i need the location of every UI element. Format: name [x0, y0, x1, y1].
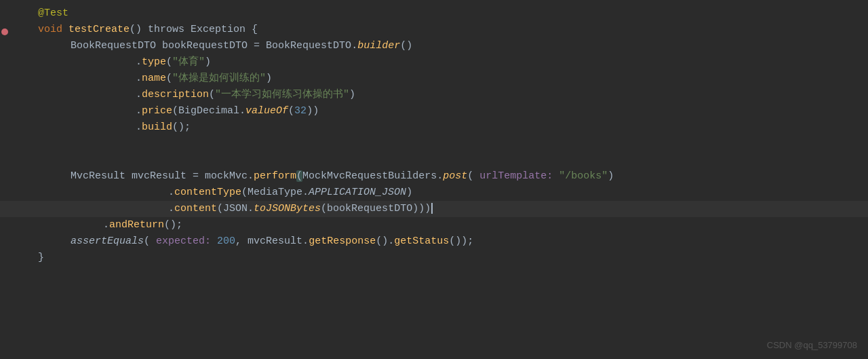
method-content: content: [174, 203, 217, 214]
method-assertequals: assertEquals: [71, 235, 144, 247]
kw-void: void: [38, 24, 62, 35]
code-line-6: .description("一本学习如何练习体操的书"): [0, 87, 868, 103]
line-content-14: .andReturn();: [34, 217, 868, 233]
method-getstatus: getStatus: [394, 235, 449, 247]
code-line-4: .type("体育"): [0, 54, 868, 71]
line-content-11: MvcResult mvcResult = mockMvc.perform(Mo…: [34, 168, 868, 184]
method-build: build: [142, 121, 172, 133]
method-testCreate: testCreate: [68, 24, 130, 35]
method-builder: builder: [357, 40, 400, 52]
method-tojsonbytes: toJSONBytes: [254, 203, 321, 214]
watermark-text: CSDN @qq_53799708: [767, 339, 857, 352]
method-name: name: [142, 73, 166, 84]
method-price: price: [142, 105, 172, 117]
method-valueof: valueOf: [245, 105, 288, 117]
annotation-test: @Test: [38, 7, 68, 19]
method-getresponse: getResponse: [309, 235, 376, 247]
code-line-10: [0, 152, 868, 168]
method-post: post: [443, 170, 467, 182]
line-content-15: assertEquals( expected: 200, mvcResult.g…: [34, 233, 868, 249]
line-content-6: .description("一本学习如何练习体操的书"): [34, 87, 868, 102]
text-cursor: [431, 203, 433, 214]
code-line-1: @Test: [0, 5, 868, 22]
breakpoint-icon: [1, 29, 8, 35]
code-line-15: assertEquals( expected: 200, mvcResult.g…: [0, 233, 868, 250]
code-line-2: void testCreate() throws Exception {: [0, 22, 868, 38]
line-content-13: .content(JSON.toJSONBytes(bookRequestDTO…: [34, 201, 868, 216]
kw-throws: throws: [148, 24, 184, 35]
param-urltemplate: urlTemplate:: [479, 170, 553, 182]
line-content-4: .type("体育"): [34, 54, 868, 70]
code-line-9: [0, 136, 868, 152]
string-name-val: "体操是如何训练的": [172, 73, 266, 84]
line-content-2: void testCreate() throws Exception {: [34, 22, 868, 37]
code-line-12: .contentType(MediaType.APPLICATION_JSON): [0, 185, 868, 201]
code-line-8: .build();: [0, 119, 868, 136]
param-expected: expected:: [156, 235, 211, 247]
string-books-url: "/books": [559, 170, 608, 182]
line-content-7: .price(BigDecimal.valueOf(32)): [34, 103, 868, 119]
line-content-16: }: [34, 250, 868, 265]
num-32: 32: [294, 105, 307, 117]
string-desc-val: "一本学习如何练习体操的书": [215, 89, 349, 100]
line-content-1: @Test: [34, 5, 868, 21]
line-content-9: [34, 136, 868, 151]
code-line-7: .price(BigDecimal.valueOf(32)): [0, 103, 868, 119]
method-andreturn: andReturn: [109, 219, 164, 231]
code-line-11: MvcResult mvcResult = mockMvc.perform(Mo…: [0, 168, 868, 185]
class-exception: Exception: [191, 24, 245, 35]
code-line-3: BookRequestDTO bookRequestDTO = BookRequ…: [0, 38, 868, 54]
code-line-16: }: [0, 250, 868, 266]
const-appjson: APPLICATION_JSON: [309, 187, 406, 198]
line-content-10: [34, 152, 868, 168]
string-type-val: "体育": [172, 56, 205, 68]
code-editor: @Test void testCreate() throws Exception…: [0, 0, 868, 271]
method-type: type: [142, 56, 166, 68]
code-line-13: .content(JSON.toJSONBytes(bookRequestDTO…: [0, 201, 868, 217]
num-200: 200: [217, 235, 235, 247]
line-content-8: .build();: [34, 119, 868, 135]
bracket-open: (: [296, 170, 302, 182]
code-line-5: .name("体操是如何训练的"): [0, 71, 868, 87]
line-content-12: .contentType(MediaType.APPLICATION_JSON): [34, 185, 868, 200]
line-content-3: BookRequestDTO bookRequestDTO = BookRequ…: [34, 38, 868, 54]
method-desc: description: [142, 89, 209, 100]
method-perform: perform: [254, 170, 296, 182]
code-line-14: .andReturn();: [0, 217, 868, 233]
line-content-5: .name("体操是如何训练的"): [34, 71, 868, 86]
method-contenttype: contentType: [174, 187, 241, 198]
